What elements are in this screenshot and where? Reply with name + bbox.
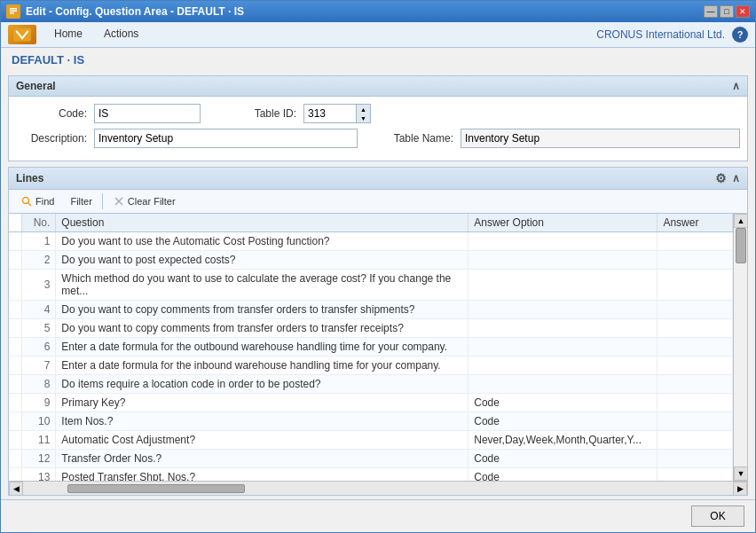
ribbon-right: CRONUS International Ltd. ? (596, 27, 748, 43)
cell-question: Transfer Order Nos.? (56, 450, 469, 468)
app-icon (6, 4, 20, 19)
close-button[interactable]: ✕ (736, 5, 750, 18)
ribbon-tabs: Home Actions CRONUS International Ltd. ? (1, 22, 755, 47)
filter-button[interactable]: Filter (64, 193, 98, 209)
table-row[interactable]: 8Do items require a location code in ord… (9, 375, 733, 394)
scroll-down-button[interactable]: ▼ (734, 466, 747, 481)
settings-icon[interactable]: ⚙ (715, 171, 727, 185)
row-selector[interactable] (9, 431, 22, 450)
cell-question: Do you want to copy comments from transf… (56, 319, 469, 338)
table-row[interactable]: 3Which method do you want to use to calc… (9, 270, 733, 301)
cell-question: Item Nos.? (56, 412, 469, 431)
form-row-code: Code: Table ID: ▲ ▼ (16, 104, 740, 123)
row-selector[interactable] (9, 412, 22, 431)
cell-answer (658, 251, 733, 270)
cell-question: Which method do you want to use to calcu… (56, 270, 469, 301)
table-name-label: Table Name: (382, 132, 453, 145)
cell-question: Automatic Cost Adjustment? (56, 431, 469, 450)
row-selector[interactable] (9, 338, 22, 357)
row-selector[interactable] (9, 357, 22, 375)
general-section-header[interactable]: General ∧ (9, 76, 747, 97)
table-id-input[interactable] (303, 104, 357, 123)
row-selector[interactable] (9, 270, 22, 301)
maximize-button[interactable]: □ (720, 5, 734, 18)
lines-collapse-icon[interactable]: ∧ (732, 172, 740, 184)
table-row[interactable]: 7Enter a date formula for the inbound wa… (9, 357, 733, 375)
table-id-label: Table ID: (225, 107, 296, 120)
table-row[interactable]: 1Do you want to use the Automatic Cost P… (9, 232, 733, 251)
cell-answer-option (469, 251, 658, 270)
scroll-right-button[interactable]: ▶ (733, 482, 747, 496)
help-button[interactable]: ? (732, 27, 748, 43)
cell-answer (658, 301, 733, 319)
lines-toolbar: Find Filter Clear Filter (9, 190, 747, 214)
lines-table-container[interactable]: No. Question Answer Option Answer 1Do yo… (9, 214, 733, 481)
table-id-spinner[interactable]: ▲ ▼ (357, 104, 371, 123)
cell-no: 6 (22, 338, 56, 357)
table-row[interactable]: 4Do you want to copy comments from trans… (9, 301, 733, 319)
lines-header: Lines ⚙ ∧ (9, 168, 747, 190)
window-controls[interactable]: — □ ✕ (704, 5, 750, 18)
row-selector[interactable] (9, 394, 22, 412)
tab-actions[interactable]: Actions (95, 24, 147, 45)
cell-no: 8 (22, 375, 56, 394)
description-label: Description: (16, 132, 87, 145)
row-selector[interactable] (9, 319, 22, 338)
collapse-icon[interactable]: ∧ (732, 80, 740, 92)
cell-answer-option (469, 301, 658, 319)
row-selector[interactable] (9, 232, 22, 251)
h-scroll-track (23, 482, 733, 495)
cell-answer-option (469, 232, 658, 251)
table-name-input (461, 129, 740, 148)
footer: OK (1, 499, 755, 532)
minimize-button[interactable]: — (704, 5, 718, 18)
cell-question: Enter a date formula for the outbound wa… (56, 338, 469, 357)
cell-answer-option (469, 319, 658, 338)
vertical-scrollbar[interactable]: ▲ ▼ (733, 214, 747, 481)
horizontal-scrollbar[interactable]: ◀ ▶ (9, 481, 747, 495)
cell-question: Do you want to use the Automatic Cost Po… (56, 232, 469, 251)
clear-filter-button[interactable]: Clear Filter (106, 192, 182, 210)
table-row[interactable]: 11Automatic Cost Adjustment?Never,Day,We… (9, 431, 733, 450)
cell-no: 7 (22, 357, 56, 375)
col-no-header: No. (22, 214, 56, 232)
table-header-row: No. Question Answer Option Answer (9, 214, 733, 232)
table-row[interactable]: 13Posted Transfer Shpt. Nos.?Code (9, 468, 733, 482)
clear-filter-label: Clear Filter (128, 196, 176, 207)
find-button[interactable]: Find (14, 192, 60, 210)
ok-button[interactable]: OK (691, 506, 744, 527)
code-input[interactable] (94, 104, 201, 123)
content-area: General ∧ Code: Table ID: ▲ ▼ (1, 72, 755, 499)
table-row[interactable]: 12Transfer Order Nos.?Code (9, 450, 733, 468)
scroll-left-button[interactable]: ◀ (9, 482, 23, 496)
description-input[interactable] (94, 129, 358, 148)
col-answer-option-header: Answer Option (469, 214, 658, 232)
breadcrumb: DEFAULT · IS (1, 48, 755, 72)
row-selector[interactable] (9, 301, 22, 319)
cell-no: 10 (22, 412, 56, 431)
table-row[interactable]: 5Do you want to copy comments from trans… (9, 319, 733, 338)
code-label: Code: (16, 107, 87, 120)
table-row[interactable]: 6Enter a date formula for the outbound w… (9, 338, 733, 357)
cell-answer (658, 319, 733, 338)
cell-answer-option: Code (469, 412, 658, 431)
company-name: CRONUS International Ltd. (596, 28, 725, 41)
row-selector[interactable] (9, 251, 22, 270)
table-row[interactable]: 9Primary Key?Code (9, 394, 733, 412)
cell-answer-option: Code (469, 450, 658, 468)
table-name-group: Table Name: (382, 129, 740, 148)
row-selector[interactable] (9, 450, 22, 468)
cell-question: Enter a date formula for the inbound war… (56, 357, 469, 375)
tab-home[interactable]: Home (45, 24, 91, 45)
h-scroll-thumb[interactable] (67, 484, 245, 493)
scroll-thumb[interactable] (736, 228, 746, 263)
table-row[interactable]: 2Do you want to post expected costs? (9, 251, 733, 270)
row-selector[interactable] (9, 468, 22, 482)
row-selector[interactable] (9, 375, 22, 394)
spin-up-button[interactable]: ▲ (357, 105, 370, 114)
table-row[interactable]: 10Item Nos.?Code (9, 412, 733, 431)
scroll-up-button[interactable]: ▲ (734, 214, 747, 228)
cell-answer (658, 412, 733, 431)
spin-down-button[interactable]: ▼ (357, 114, 370, 122)
title-bar: Edit - Config. Question Area - DEFAULT ·… (1, 1, 755, 22)
